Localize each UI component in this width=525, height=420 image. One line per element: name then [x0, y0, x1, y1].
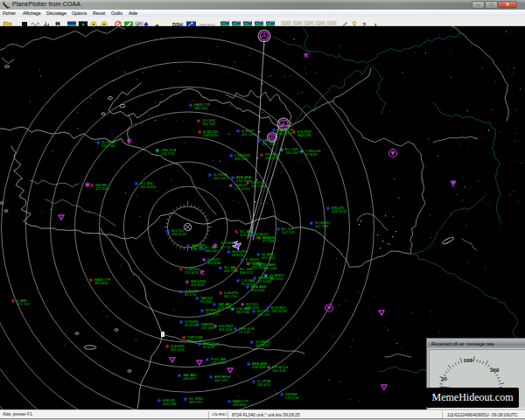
svg-text:193 11/37: 193 11/37 [172, 232, 187, 236]
svg-text:175 1/18: 175 1/18 [285, 396, 299, 400]
svg-text:98 8/14: 98 8/14 [232, 253, 244, 257]
svg-text:208 11/44: 208 11/44 [203, 133, 219, 137]
svg-text:286 5/57: 286 5/57 [205, 248, 219, 253]
svg-text:71 7/27: 71 7/27 [239, 330, 251, 334]
svg-text:119 7/51: 119 7/51 [257, 312, 271, 317]
svg-text:109 7/39: 109 7/39 [218, 305, 232, 310]
svg-text:290 10/36: 290 10/36 [271, 309, 288, 313]
svg-text:350 8/28: 350 8/28 [191, 283, 205, 287]
svg-text:383 9/36: 383 9/36 [236, 310, 250, 314]
svg-text:202 11/55: 202 11/55 [242, 132, 257, 136]
svg-text:100: 100 [464, 357, 473, 363]
svg-text:99 2/25: 99 2/25 [200, 299, 213, 304]
svg-text:391 6/44: 391 6/44 [219, 327, 233, 332]
svg-text:300: 300 [490, 367, 500, 373]
svg-text:395 5/11: 395 5/11 [234, 157, 248, 161]
svg-text:47 5/44: 47 5/44 [262, 239, 275, 243]
svg-text:311 7/46: 311 7/46 [102, 144, 116, 148]
svg-text:198 8/12: 198 8/12 [206, 312, 220, 316]
svg-text:153 10/12: 153 10/12 [332, 209, 348, 214]
svg-text:168 3/17: 168 3/17 [183, 376, 197, 381]
svg-text:10: 10 [441, 375, 447, 382]
svg-text:160 11/53: 160 11/53 [277, 131, 293, 136]
svg-text:352 4/51: 352 4/51 [252, 265, 266, 270]
svg-text:65 6/25: 65 6/25 [203, 345, 215, 349]
svg-text:280 5/31: 280 5/31 [194, 106, 208, 110]
svg-text:272 6/53: 272 6/53 [185, 270, 199, 275]
svg-text:372 7/17: 372 7/17 [17, 302, 31, 306]
svg-text:361 2/50: 361 2/50 [224, 294, 238, 298]
svg-text:77 8/32: 77 8/32 [305, 152, 318, 157]
svg-text:107 1/32: 107 1/32 [214, 378, 228, 382]
svg-text:206 1/28: 206 1/28 [265, 156, 279, 160]
svg-text:102 8/15: 102 8/15 [256, 343, 270, 347]
svg-text:398 5/11: 398 5/11 [240, 270, 254, 275]
svg-text:117 12: 117 12 [220, 245, 232, 249]
svg-text:107 9/33: 107 9/33 [315, 224, 329, 228]
svg-text:146 10/23: 146 10/23 [211, 360, 228, 365]
svg-text:329 4/14: 329 4/14 [171, 347, 185, 352]
svg-text:394 7/51: 394 7/51 [202, 122, 216, 126]
svg-text:56 6/23: 56 6/23 [185, 323, 197, 327]
svg-text:339 7/50: 339 7/50 [224, 269, 238, 273]
svg-text:368 11/48: 368 11/48 [187, 339, 203, 343]
svg-text:52 10/45: 52 10/45 [258, 279, 272, 284]
svg-text:309 2/57: 309 2/57 [189, 400, 203, 404]
svg-text:181 3/18: 181 3/18 [272, 368, 286, 373]
svg-text:332 6/46: 332 6/46 [207, 261, 221, 265]
svg-text:350 6/24: 350 6/24 [251, 288, 265, 292]
svg-text:365 8/54: 365 8/54 [94, 281, 108, 285]
svg-text:127 3/15: 127 3/15 [95, 186, 109, 191]
svg-text:267 4/33: 267 4/33 [201, 326, 215, 330]
svg-text:95 11/24: 95 11/24 [242, 282, 256, 286]
svg-text:325 6/15: 325 6/15 [262, 256, 276, 260]
svg-text:283 8/33: 283 8/33 [233, 402, 247, 407]
svg-text:341 6/11: 341 6/11 [257, 382, 271, 387]
svg-text:207 7/21: 207 7/21 [282, 230, 296, 234]
svg-text:343 2/38: 343 2/38 [163, 402, 177, 406]
svg-text:317 1/49: 317 1/49 [262, 142, 276, 146]
svg-text:187 11/44: 187 11/44 [251, 184, 267, 188]
svg-text:156 2/37: 156 2/37 [285, 150, 299, 155]
svg-text:235 10/53: 235 10/53 [140, 185, 157, 189]
svg-text:364 2/38: 364 2/38 [298, 133, 312, 137]
svg-text:170 11/10: 170 11/10 [234, 186, 250, 191]
svg-text:208 3/48: 208 3/48 [252, 365, 266, 369]
svg-text:63 1/29: 63 1/29 [185, 292, 197, 297]
svg-text:296 5/20: 296 5/20 [192, 247, 206, 251]
svg-text:231 7/19: 231 7/19 [161, 151, 175, 156]
svg-text:294 10/19: 294 10/19 [214, 176, 230, 180]
